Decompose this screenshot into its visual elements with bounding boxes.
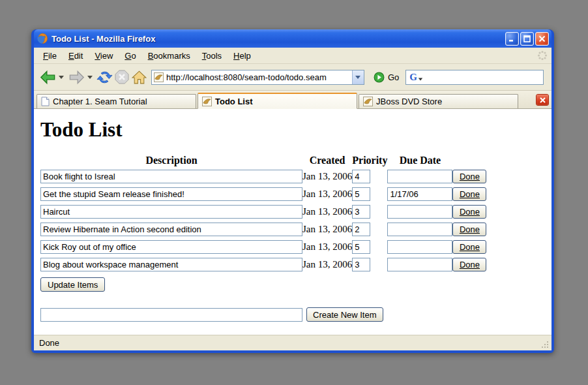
todo-row: Jan 13, 2006 Done xyxy=(40,170,486,187)
firefox-icon xyxy=(37,33,48,44)
col-header-created: Created xyxy=(302,155,352,170)
description-input[interactable] xyxy=(40,258,302,271)
page-content: Todo List Description Created Priority D… xyxy=(34,109,551,334)
description-input[interactable] xyxy=(40,170,302,183)
status-bar: Done xyxy=(34,334,551,350)
update-items-button[interactable]: Update Items xyxy=(40,277,105,292)
url-dropdown-icon[interactable] xyxy=(352,70,364,84)
url-input[interactable] xyxy=(166,71,352,84)
created-date: Jan 13, 2006 xyxy=(302,240,352,258)
minimize-button[interactable] xyxy=(505,32,519,46)
site-favicon xyxy=(363,97,373,106)
search-bar[interactable]: G xyxy=(405,70,544,85)
tab-chapter1-seam-tutorial[interactable]: Chapter 1. Seam Tutorial xyxy=(37,94,196,108)
due-date-input[interactable] xyxy=(387,205,452,219)
browser-window: Todo List - Mozilla Firefox File Edit Vi… xyxy=(31,29,554,353)
create-new-item-button[interactable]: Create New Item xyxy=(306,307,383,322)
created-date: Jan 13, 2006 xyxy=(302,187,352,205)
menu-edit[interactable]: Edit xyxy=(63,49,88,63)
stop-button[interactable] xyxy=(114,69,130,85)
menu-tools[interactable]: Tools xyxy=(197,49,227,63)
close-tab-icon xyxy=(540,97,546,103)
menu-bookmarks[interactable]: Bookmarks xyxy=(143,49,196,63)
menu-help[interactable]: Help xyxy=(228,49,256,63)
menu-go[interactable]: Go xyxy=(119,49,141,63)
col-header-description: Description xyxy=(40,155,302,170)
page-title: Todo List xyxy=(40,118,551,142)
url-bar[interactable] xyxy=(151,70,364,85)
done-button[interactable]: Done xyxy=(452,187,486,201)
created-date: Jan 13, 2006 xyxy=(302,205,352,223)
home-button[interactable] xyxy=(131,69,147,85)
tab-label: Todo List xyxy=(215,97,253,106)
col-header-due-date: Due Date xyxy=(387,155,452,170)
col-header-priority: Priority xyxy=(352,155,387,170)
menu-file[interactable]: File xyxy=(38,49,62,63)
go-icon[interactable] xyxy=(374,72,385,83)
priority-input[interactable] xyxy=(352,258,370,271)
search-engine-dropdown-icon[interactable] xyxy=(419,78,422,80)
description-input[interactable] xyxy=(40,205,302,219)
priority-input[interactable] xyxy=(352,205,370,219)
priority-input[interactable] xyxy=(352,170,370,183)
done-button[interactable]: Done xyxy=(452,170,486,183)
done-button[interactable]: Done xyxy=(452,258,486,271)
close-button[interactable] xyxy=(535,32,549,46)
created-date: Jan 13, 2006 xyxy=(302,223,352,240)
menu-bar: File Edit View Go Bookmarks Tools Help xyxy=(34,48,551,64)
tab-label: JBoss DVD Store xyxy=(376,97,442,106)
back-icon xyxy=(39,69,57,86)
status-text: Done xyxy=(39,338,540,348)
back-button[interactable] xyxy=(39,69,57,86)
due-date-input[interactable] xyxy=(387,187,452,201)
due-date-input[interactable] xyxy=(387,170,452,183)
due-date-input[interactable] xyxy=(387,240,452,254)
site-favicon xyxy=(154,72,164,82)
todo-row: Jan 13, 2006 Done xyxy=(40,205,486,223)
tab-jboss-dvd-store[interactable]: JBoss DVD Store xyxy=(359,94,518,108)
tab-todo-list[interactable]: Todo List xyxy=(198,93,357,109)
site-favicon xyxy=(202,97,212,106)
priority-input[interactable] xyxy=(352,223,370,236)
priority-input[interactable] xyxy=(352,240,370,254)
new-item-input[interactable] xyxy=(40,308,302,322)
resize-grip[interactable] xyxy=(540,340,550,350)
document-icon xyxy=(41,97,50,106)
done-button[interactable]: Done xyxy=(452,205,486,219)
tab-bar: Chapter 1. Seam Tutorial Todo List JBoss… xyxy=(34,91,551,109)
throbber-icon xyxy=(537,50,548,61)
stop-icon xyxy=(114,69,130,85)
description-input[interactable] xyxy=(40,240,302,254)
done-button[interactable]: Done xyxy=(452,240,486,254)
menu-view[interactable]: View xyxy=(89,49,118,63)
table-header-row: Description Created Priority Due Date xyxy=(40,155,486,170)
search-input[interactable] xyxy=(426,72,543,83)
todo-row: Jan 13, 2006 Done xyxy=(40,223,486,240)
reload-icon xyxy=(96,69,113,85)
col-header-actions xyxy=(452,155,486,170)
google-icon[interactable]: G xyxy=(409,72,417,82)
back-dropdown-icon[interactable] xyxy=(59,76,64,79)
due-date-input[interactable] xyxy=(387,223,452,236)
forward-button[interactable] xyxy=(68,69,85,86)
due-date-input[interactable] xyxy=(387,258,452,271)
description-input[interactable] xyxy=(40,223,302,236)
description-input[interactable] xyxy=(40,187,302,201)
maximize-button[interactable] xyxy=(520,32,534,46)
forward-dropdown-icon[interactable] xyxy=(87,76,93,79)
tab-label: Chapter 1. Seam Tutorial xyxy=(53,97,147,106)
priority-input[interactable] xyxy=(352,187,370,201)
close-tab-button[interactable] xyxy=(536,94,549,106)
forward-icon xyxy=(68,69,85,86)
desktop-background: Todo List - Mozilla Firefox File Edit Vi… xyxy=(0,0,588,385)
done-button[interactable]: Done xyxy=(452,223,486,236)
home-icon xyxy=(131,69,147,85)
title-bar[interactable]: Todo List - Mozilla Firefox xyxy=(34,29,551,48)
todo-row: Jan 13, 2006 Done xyxy=(40,258,486,275)
created-date: Jan 13, 2006 xyxy=(302,258,352,275)
window-title: Todo List - Mozilla Firefox xyxy=(51,34,502,44)
navigation-toolbar: Go G xyxy=(34,64,551,91)
create-item-row: Create New Item xyxy=(40,307,551,322)
go-button[interactable]: Go xyxy=(388,72,399,82)
reload-button[interactable] xyxy=(96,69,113,85)
